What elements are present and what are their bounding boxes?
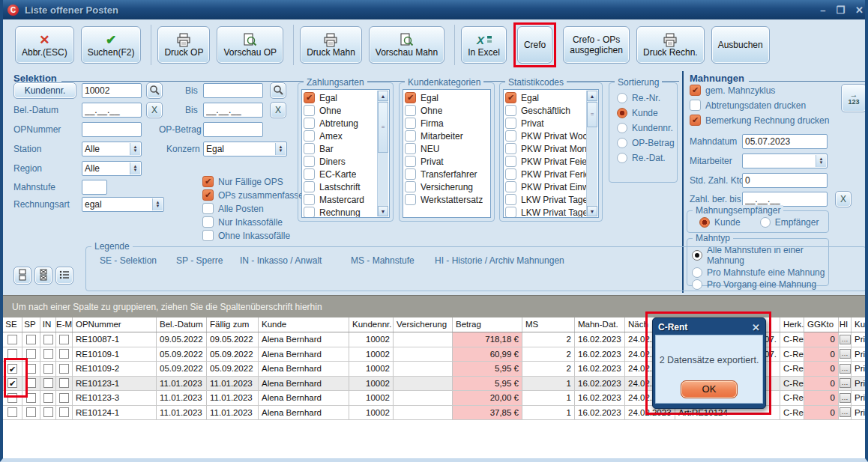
listbox-item-mastercard[interactable]: Mastercard — [304, 193, 389, 206]
checkbox-unchecked-icon[interactable] — [505, 156, 516, 167]
toolbar-button-suchen-f2[interactable]: ✔Suchen(F2) — [81, 26, 142, 64]
radio-kunde[interactable]: Kunde — [617, 108, 677, 118]
toolbar-button-druck-mahn[interactable]: Druck Mahn — [300, 26, 362, 64]
zahlungsarten-scrollbar[interactable]: ▲ = ▼ — [377, 91, 388, 216]
mahnstufe-input[interactable] — [82, 180, 107, 195]
spinner-icon[interactable]: ▲▼ — [275, 143, 286, 155]
listbox-item-privat[interactable]: Privat — [405, 155, 490, 168]
column-header-betrag[interactable]: Betrag — [453, 317, 522, 332]
scroll-up-icon[interactable]: ▲ — [587, 91, 597, 101]
column-header-ms[interactable]: MS — [522, 317, 575, 332]
toolbar-button-abbr-esc[interactable]: ✕Abbr.(ESC) — [15, 26, 74, 64]
column-header-opnummer[interactable]: OPNummer — [73, 317, 157, 332]
column-header-sp[interactable]: SP — [22, 317, 40, 332]
sp-row-checkbox[interactable] — [26, 407, 36, 417]
listbox-item-neu[interactable]: NEU — [405, 142, 490, 155]
scroll-thumb[interactable]: = — [587, 102, 597, 127]
listbox-item-werkstattersatz[interactable]: Werkstattersatz — [405, 193, 490, 206]
listbox-item-egal[interactable]: ✔Egal — [405, 91, 490, 104]
checkbox-checked-icon[interactable]: ✔ — [202, 189, 214, 201]
checkbox-unchecked-icon[interactable] — [505, 118, 516, 129]
kundennr-input[interactable] — [82, 83, 142, 98]
listbox-item-ec-karte[interactable]: EC-Karte — [304, 168, 389, 180]
em-row-checkbox[interactable] — [59, 407, 69, 417]
flag-gem-mahnzyklus[interactable]: ✔gem. Mahnzyklus — [690, 85, 829, 96]
toolbar-button-druck-rechn[interactable]: Druck Rechn. — [636, 26, 705, 64]
sp-row-checkbox[interactable] — [26, 335, 36, 344]
flag-ohne-inkassof-lle[interactable]: Ohne Inkassofälle — [202, 230, 309, 241]
listbox-item-diners[interactable]: Diners — [304, 155, 389, 168]
checkbox-unchecked-icon[interactable] — [304, 105, 315, 116]
flag-nur-f-llige-ops[interactable]: ✔Nur Fällige OPS — [202, 176, 309, 187]
listbox-item-pkw-privat-ferienl[interactable]: PKW Privat Ferienl — [505, 168, 598, 180]
spinner-icon[interactable]: ▲▼ — [816, 155, 826, 167]
radio-selected-icon[interactable] — [699, 217, 710, 228]
listbox-item-pkw-privat-einwe[interactable]: PKW Privat Einwe — [505, 180, 598, 193]
radio-kundennr[interactable]: Kundennr. — [617, 123, 677, 133]
checkbox-unchecked-icon[interactable] — [304, 207, 315, 218]
ok-button[interactable]: OK — [681, 380, 738, 398]
column-header-versicherung[interactable]: Versicherung — [394, 317, 453, 332]
listbox-item-transferfahrer[interactable]: Transferfahrer — [405, 168, 490, 180]
checkbox-unchecked-icon[interactable] — [690, 100, 701, 111]
checkbox-unchecked-icon[interactable] — [405, 118, 416, 129]
checkbox-checked-icon[interactable]: ✔ — [690, 115, 701, 126]
hi-ellipsis-button[interactable]: … — [840, 349, 851, 359]
mahnzyklus-123-button[interactable]: → 123 — [841, 84, 867, 112]
in-row-checkbox[interactable] — [43, 393, 53, 403]
hi-ellipsis-button[interactable]: … — [840, 378, 851, 388]
rechnungsart-select[interactable]: egal▲▼ — [82, 197, 164, 212]
radio-unselected-icon[interactable] — [617, 93, 627, 103]
listbox-item-bar[interactable]: Bar — [304, 142, 389, 155]
em-row-checkbox[interactable] — [59, 393, 69, 403]
checkbox-unchecked-icon[interactable] — [202, 203, 214, 214]
flag-abtretungsdaten-drucken[interactable]: Abtretungsdaten drucken — [690, 100, 829, 111]
checkbox-unchecked-icon[interactable] — [505, 181, 516, 192]
beldatum-input[interactable] — [82, 103, 142, 118]
hi-ellipsis-button[interactable]: … — [840, 407, 851, 417]
toolbar-button-crefo[interactable]: Crefo — [517, 26, 552, 64]
column-header-f-llig-zum[interactable]: Fällig zum — [207, 317, 259, 332]
scroll-up-icon[interactable]: ▲ — [378, 91, 388, 101]
hi-ellipsis-button[interactable]: … — [840, 393, 851, 403]
checkbox-unchecked-icon[interactable] — [202, 216, 214, 228]
checkbox-unchecked-icon[interactable] — [505, 130, 516, 142]
listbox-item-abtretung[interactable]: Abtretung — [304, 117, 389, 130]
spinner-icon[interactable]: ▲▼ — [152, 198, 163, 210]
flag-bemerkung-rechnung-drucken[interactable]: ✔Bemerkung Rechnung drucken — [690, 115, 829, 126]
radio-empf-nger[interactable]: Empfänger — [760, 217, 819, 228]
checkbox-unchecked-icon[interactable] — [505, 143, 516, 154]
listbox-item-versicherung[interactable]: Versicherung — [405, 180, 490, 193]
checkbox-unchecked-icon[interactable] — [405, 105, 416, 116]
radio-re-nr[interactable]: Re.-Nr. — [617, 93, 677, 103]
spinner-icon[interactable]: ▲▼ — [130, 143, 140, 155]
in-row-checkbox[interactable] — [43, 378, 53, 388]
listbox-item-firma[interactable]: Firma — [405, 117, 490, 130]
stdzahlkto-input[interactable] — [742, 173, 828, 188]
listbox-item-egal[interactable]: ✔Egal — [505, 91, 598, 104]
region-select[interactable]: Alle▲▼ — [82, 161, 142, 176]
scroll-down-icon[interactable]: ▼ — [587, 206, 597, 216]
minimize-button[interactable]: – — [820, 4, 825, 16]
view-toggle-button-1[interactable] — [13, 267, 31, 285]
listbox-item-ohne[interactable]: Ohne — [405, 104, 490, 117]
checkbox-unchecked-icon[interactable] — [304, 194, 315, 205]
in-row-checkbox[interactable] — [43, 364, 53, 374]
radio-op-betrag[interactable]: OP-Betrag — [617, 138, 677, 148]
checkbox-unchecked-icon[interactable] — [304, 168, 315, 180]
listbox-item-pkw-privat-monat[interactable]: PKW Privat Monat — [505, 142, 598, 155]
radio-unselected-icon[interactable] — [617, 138, 627, 148]
column-header-mahn-dat[interactable]: Mahn-Dat. — [575, 317, 625, 332]
listbox-item-rechnung[interactable]: Rechnung — [304, 206, 389, 218]
se-row-checkbox[interactable] — [7, 407, 17, 417]
beldatum-bis-input[interactable] — [203, 103, 263, 118]
checkbox-unchecked-icon[interactable] — [505, 168, 516, 180]
listbox-item-lkw-privat-tages[interactable]: LKW Privat Tages — [505, 206, 598, 218]
checkbox-unchecked-icon[interactable] — [405, 156, 416, 167]
kundennr-bis-search-button[interactable] — [270, 82, 286, 99]
radio-unselected-icon[interactable] — [617, 123, 627, 133]
toolbar-button-crefo-ops-ausgeglichen[interactable]: Crefo - OPs ausgeglichen — [563, 26, 630, 64]
listbox-item-lkw-privat-tages[interactable]: LKW Privat Tages — [505, 193, 598, 206]
in-row-checkbox[interactable] — [43, 335, 53, 344]
listbox-item-pkw-privat-woch[interactable]: PKW Privat Woch — [505, 130, 598, 142]
